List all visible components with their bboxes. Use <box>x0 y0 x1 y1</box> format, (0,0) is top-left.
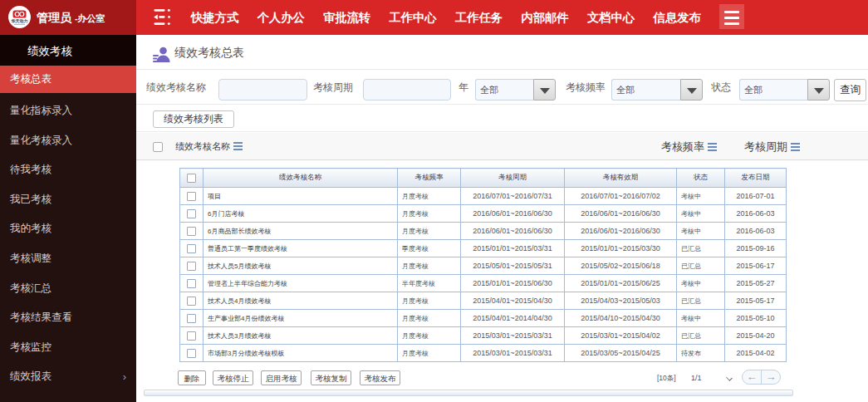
svg-text:华天动力: 华天动力 <box>11 18 28 23</box>
